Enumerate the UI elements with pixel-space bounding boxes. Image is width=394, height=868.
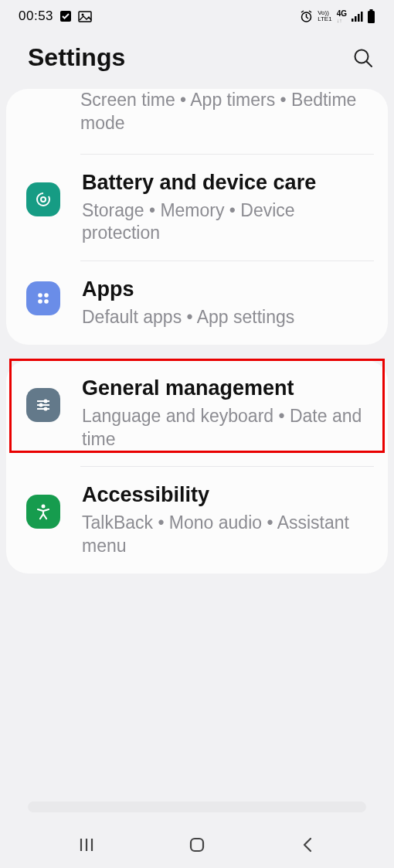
svg-point-16 — [38, 300, 42, 305]
search-button[interactable] — [351, 46, 375, 70]
svg-rect-1 — [79, 12, 91, 22]
network-text: Vo)) LTE1 — [318, 10, 332, 22]
row-subtitle: Storage • Memory • Device protection — [82, 199, 374, 246]
scroll-indicator — [28, 802, 366, 812]
signal-icon — [352, 11, 364, 22]
navigation-bar — [0, 822, 394, 868]
network-4g: 4G ↓↑ — [337, 10, 347, 23]
accessibility-row[interactable]: Accessibility TalkBack • Mono audio • As… — [6, 467, 388, 574]
svg-point-14 — [38, 294, 42, 298]
battery-icon — [367, 9, 375, 23]
general-management-icon — [26, 388, 60, 422]
search-icon — [352, 47, 374, 69]
row-title: General management — [82, 376, 374, 402]
row-subtitle: Screen time • App timers • Bedtime mode — [80, 89, 374, 135]
svg-rect-8 — [370, 9, 373, 11]
svg-line-11 — [367, 61, 372, 66]
back-button[interactable] — [284, 836, 331, 854]
page-title: Settings — [28, 43, 125, 72]
svg-point-19 — [44, 399, 48, 403]
image-icon — [78, 11, 92, 22]
status-right: Vo)) LTE1 4G ↓↑ — [300, 9, 375, 23]
status-time: 00:53 — [19, 9, 53, 24]
svg-point-23 — [44, 407, 48, 410]
svg-rect-7 — [361, 12, 363, 22]
apps-icon — [26, 281, 60, 315]
alarm-icon — [300, 10, 313, 23]
row-subtitle: Language and keyboard • Date and time — [82, 405, 374, 451]
recents-icon — [78, 836, 95, 853]
home-button[interactable] — [174, 836, 220, 854]
battery-care-icon — [26, 182, 60, 216]
status-bar: 00:53 Vo)) LTE1 4G ↓↑ — [0, 0, 394, 29]
accessibility-icon — [26, 495, 60, 529]
row-title: Accessibility — [82, 482, 374, 509]
row-title: Apps — [82, 277, 374, 303]
battery-care-row[interactable]: Battery and device care Storage • Memory… — [6, 155, 388, 261]
svg-point-17 — [44, 300, 49, 305]
svg-point-24 — [42, 505, 46, 509]
svg-rect-4 — [352, 19, 354, 22]
svg-rect-5 — [355, 16, 357, 22]
row-subtitle: Default apps • App settings — [82, 306, 374, 329]
svg-rect-6 — [358, 14, 360, 22]
row-title: Battery and device care — [82, 170, 374, 196]
svg-point-2 — [82, 13, 84, 15]
svg-rect-9 — [368, 11, 375, 23]
row-subtitle: TalkBack • Mono audio • Assistant menu — [82, 512, 374, 558]
svg-point-15 — [44, 294, 49, 298]
settings-card-1: Screen time • App timers • Bedtime mode … — [6, 89, 388, 345]
back-icon — [300, 836, 315, 854]
general-management-row[interactable]: General management Language and keyboard… — [6, 360, 388, 467]
recents-button[interactable] — [63, 836, 110, 853]
apps-row[interactable]: Apps Default apps • App settings — [6, 261, 388, 345]
status-left: 00:53 — [19, 9, 92, 24]
svg-point-13 — [41, 197, 46, 202]
digital-wellbeing-row[interactable]: Screen time • App timers • Bedtime mode — [6, 89, 388, 154]
home-icon — [188, 836, 206, 854]
settings-card-2: General management Language and keyboard… — [6, 360, 388, 574]
svg-rect-28 — [191, 839, 203, 851]
page-header: Settings — [0, 29, 394, 89]
check-icon — [59, 10, 72, 22]
svg-point-21 — [39, 403, 43, 407]
